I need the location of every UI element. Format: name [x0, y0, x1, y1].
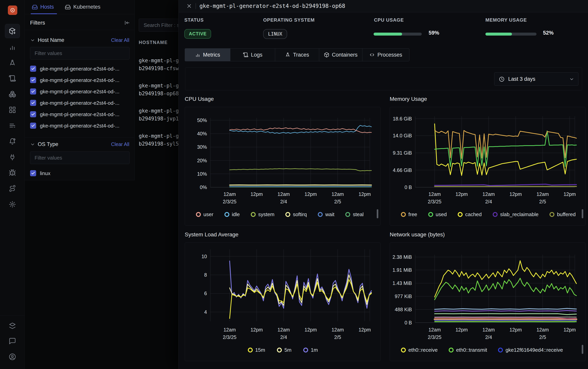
cpu-chart-title: CPU Usage: [185, 96, 214, 102]
network-legend-item-gke12f61649ed4::receive[interactable]: gke12f61649ed4::receive: [498, 347, 563, 353]
layers-icon: [9, 322, 16, 329]
host-name-clear-all[interactable]: Clear All: [111, 36, 129, 44]
cpu-legend-item-steal[interactable]: steal: [345, 211, 364, 217]
checkbox-checked[interactable]: [30, 111, 36, 117]
drawer-tab-containers[interactable]: Containers: [319, 48, 362, 61]
time-range-label: Last 3 days: [508, 72, 535, 85]
host-name-option-label[interactable]: gke-mgmt-pl-generator-e2st4-od-...: [40, 76, 120, 84]
sidebar-item-list-lines[interactable]: [5, 118, 20, 133]
load-legend: 15m5m1m: [185, 344, 381, 356]
host-name-filter-input[interactable]: Filter values: [30, 47, 130, 60]
svg-text:12am: 12am: [428, 327, 441, 332]
checkbox-checked[interactable]: [30, 170, 36, 176]
cpu-chart-plot[interactable]: 0%10%20%30%40%50%12am2/3/2512pm12am2/412…: [185, 107, 381, 205]
cpu-legend-item-softirq[interactable]: softirq: [285, 211, 307, 217]
hostname-cell[interactable]: gke-mgmt-pl-gb2949198-jvp1: [139, 107, 178, 123]
legend-scrollbar[interactable]: [582, 209, 583, 218]
panel-collapse-icon[interactable]: [124, 20, 130, 26]
chevron-down-icon[interactable]: [30, 142, 35, 147]
filters-header: Filters: [25, 16, 134, 30]
legend-scrollbar[interactable]: [377, 209, 378, 218]
host-name-option-label[interactable]: gke-mgmt-pl-generator-e2st4-od-...: [40, 110, 120, 118]
os-type-clear-all[interactable]: Clear All: [111, 140, 129, 149]
cpu-legend-item-idle[interactable]: idle: [224, 211, 240, 217]
drawer-tab-logs[interactable]: Logs: [230, 48, 275, 61]
sidebar-item-scroll[interactable]: [5, 71, 20, 85]
svg-text:4: 4: [204, 309, 207, 315]
sidebar-item-plug[interactable]: [5, 150, 20, 164]
search-filter-input[interactable]: Search Filter : s: [139, 19, 178, 32]
sidebar-item-bar-chart[interactable]: [5, 40, 20, 54]
checkbox-checked[interactable]: [30, 123, 36, 129]
hostname-cell[interactable]: gke-mgmt-pl-gb2949198-syl5: [139, 132, 178, 148]
hostname-cell[interactable]: gke-mgmt-pl-gb2949198-cfsw: [139, 57, 178, 72]
checkbox-checked[interactable]: [30, 66, 36, 72]
network-legend-item-eth0::receive[interactable]: eth0::receive: [401, 347, 438, 353]
route-icon: [9, 185, 16, 192]
sidebar-item-gear[interactable]: [5, 197, 20, 211]
sidebar-item-package-plus[interactable]: [5, 24, 20, 38]
network-legend-item-eth0::transmit[interactable]: eth0::transmit: [449, 347, 487, 353]
search-filter-placeholder: Search Filter : s: [144, 19, 178, 31]
load-chart-plot[interactable]: 4681012am2/3/2512pm12am2/412pm12am2/512p…: [185, 243, 381, 341]
svg-text:12pm: 12pm: [455, 327, 468, 332]
checkbox-checked[interactable]: [30, 88, 36, 94]
sidebar-item-user-circle[interactable]: [5, 350, 20, 364]
time-range-select[interactable]: Last 3 days: [494, 72, 578, 86]
drawer-tab-processes[interactable]: Processes: [362, 48, 409, 61]
memory-legend-item-buffered[interactable]: buffered: [549, 211, 576, 217]
close-icon[interactable]: [186, 3, 192, 9]
tab-hosts[interactable]: Hosts: [32, 0, 54, 14]
load-legend-item-15m[interactable]: 15m: [248, 347, 265, 353]
memory-legend-item-cached[interactable]: cached: [458, 211, 482, 217]
bar-chart-icon: [195, 52, 200, 58]
legend-scrollbar[interactable]: [582, 345, 583, 354]
os-type-filter-input[interactable]: Filter values: [30, 152, 130, 164]
metrics-toolbar: Last 3 days: [185, 67, 582, 90]
host-name-option-label[interactable]: gke-mgmt-pl-generator-e2st4-od-...: [40, 99, 120, 107]
load-legend-item-5m[interactable]: 5m: [277, 347, 291, 353]
svg-text:20%: 20%: [197, 158, 207, 163]
gear-icon: [9, 201, 16, 208]
legend-ring-icon: [493, 212, 498, 217]
code-icon: [369, 52, 375, 58]
sidebar-item-route[interactable]: [5, 181, 20, 195]
svg-text:12pm: 12pm: [359, 327, 371, 332]
tab-kubernetes[interactable]: Kubernetes: [65, 0, 100, 14]
drawer-tab-metrics[interactable]: Metrics: [185, 48, 230, 61]
cpu-legend-item-user[interactable]: user: [196, 211, 213, 217]
cpu-legend-item-wait[interactable]: wait: [318, 211, 334, 217]
chevron-down-icon[interactable]: [30, 38, 35, 43]
os-type-option-label[interactable]: linux: [40, 169, 50, 177]
host-name-option-label[interactable]: gke-mgmt-pl-generator-e2st4-od-...: [40, 122, 120, 130]
sidebar-item-layers[interactable]: [5, 319, 20, 333]
network-chart-plot[interactable]: 0 B488 KiB977 KiB1.43 MiB1.91 MiB2.38 Mi…: [390, 243, 586, 341]
sidebar-item-boxes[interactable]: [5, 87, 20, 101]
sidebar-item-drafting-compass[interactable]: [5, 56, 20, 70]
hostname-cell[interactable]: gke-mgmt-pl-gb2949198-op68: [139, 82, 178, 97]
header-divider: [196, 3, 196, 9]
host-name-option-label[interactable]: gke-mgmt-pl-generator-e2st4-od-...: [40, 65, 120, 73]
memory-legend-item-slab_reclaimable[interactable]: slab_reclaimable: [493, 211, 538, 217]
load-legend-item-1m[interactable]: 1m: [303, 347, 318, 353]
active-tab-underline: [31, 13, 57, 14]
checkbox-checked[interactable]: [30, 77, 36, 83]
cpu-legend-item-system[interactable]: system: [251, 211, 274, 217]
sidebar-item-bell[interactable]: [5, 134, 20, 148]
host-name-option-row: gke-mgmt-pl-generator-e2st4-od-...: [25, 110, 134, 118]
memory-legend-item-free[interactable]: free: [401, 211, 417, 217]
signoz-logo-icon[interactable]: [8, 6, 17, 15]
host-name-title: Host Name: [38, 36, 64, 44]
memory-legend-item-used[interactable]: used: [428, 211, 447, 217]
sidebar-item-bug[interactable]: [5, 166, 20, 180]
svg-text:10%: 10%: [197, 171, 207, 177]
drawer-tab-traces[interactable]: Traces: [275, 48, 319, 61]
legend-ring-icon: [303, 348, 308, 352]
svg-text:488 KiB: 488 KiB: [395, 307, 412, 312]
host-name-option-label[interactable]: gke-mgmt-pl-generator-e2st4-od-...: [40, 88, 120, 95]
memory-chart-plot[interactable]: 0 B4.66 GiB9.31 GiB14.0 GiB18.6 GiB12am2…: [390, 107, 586, 205]
checkbox-checked[interactable]: [30, 100, 36, 106]
svg-text:977 KiB: 977 KiB: [395, 294, 412, 299]
sidebar-item-message-square[interactable]: [5, 334, 20, 348]
sidebar-item-layout-grid[interactable]: [5, 103, 20, 117]
